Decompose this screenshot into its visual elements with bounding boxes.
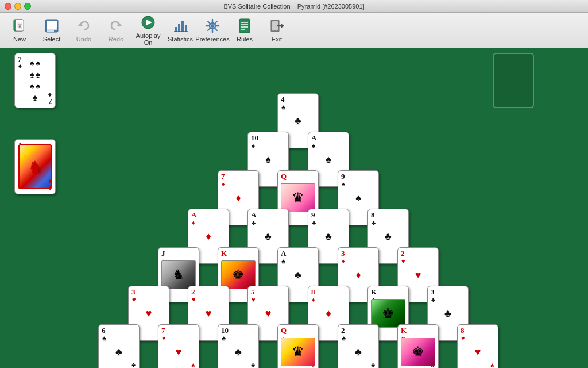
minimize-button[interactable] [14, 3, 21, 10]
rules-button[interactable]: Rules [230, 15, 260, 46]
pyramid-card[interactable]: 7♥7♥♥ [158, 324, 199, 368]
undo-label: Undo [76, 36, 91, 43]
toolbar: 🃏 New Select Undo [0, 13, 588, 48]
svg-line-22 [208, 21, 210, 23]
undo-button[interactable]: Undo [69, 15, 99, 46]
pyramid-card[interactable]: 6♣6♣♣ [98, 324, 140, 368]
preferences-label: Preferences [195, 36, 229, 43]
svg-rect-4 [47, 21, 57, 29]
game-area: 7 ♠ ♠♠ ♠♠ ♠♠ ♠ 7 ♠ J ♦ ♞ J ♦ 4♣4♣♣10♠10♠… [0, 48, 588, 368]
exit-button[interactable]: Exit [262, 15, 292, 46]
statistics-icon [172, 18, 188, 34]
new-icon: 🃏 [11, 18, 28, 34]
pyramid-card[interactable]: 10♣10♣♣ [218, 324, 259, 368]
select-label: Select [43, 36, 61, 43]
svg-rect-14 [185, 25, 187, 32]
empty-card-slot[interactable] [493, 53, 534, 108]
redo-button[interactable]: Redo [101, 15, 131, 46]
redo-label: Redo [109, 36, 123, 43]
new-button[interactable]: 🃏 New [5, 15, 34, 46]
exit-icon [269, 18, 285, 34]
pyramid-card[interactable]: Q♦Q♦♛ [277, 324, 319, 368]
svg-line-25 [208, 29, 210, 30]
undo-icon [76, 18, 92, 34]
svg-rect-32 [272, 21, 278, 30]
preferences-button[interactable]: Preferences [198, 15, 227, 46]
preferences-icon [204, 18, 220, 34]
rules-label: Rules [237, 36, 253, 43]
window-controls[interactable] [5, 3, 31, 10]
rules-icon [237, 18, 253, 34]
new-label: New [13, 36, 26, 43]
svg-rect-13 [181, 21, 184, 32]
waste-card[interactable]: J ♦ ♞ J ♦ [14, 139, 56, 194]
svg-line-24 [215, 21, 217, 23]
pyramid-card[interactable]: 2♣2♣♣ [338, 324, 379, 368]
autoplay-label: Autoplay On [133, 32, 163, 46]
select-icon [44, 18, 60, 34]
statistics-button[interactable]: Statistics [165, 15, 195, 46]
pyramid-card[interactable]: 8♥8♥♥ [457, 324, 498, 368]
select-button[interactable]: Select [37, 15, 67, 46]
close-button[interactable] [5, 3, 11, 10]
svg-point-17 [211, 24, 214, 28]
statistics-label: Statistics [168, 36, 193, 43]
pyramid-card[interactable]: K♥K♥♚ [397, 324, 439, 368]
title-bar: BVS Solitaire Collection – Pyramid [#262… [0, 0, 588, 13]
svg-rect-26 [239, 19, 250, 33]
svg-marker-34 [281, 24, 284, 28]
redo-icon [108, 18, 124, 34]
svg-line-23 [215, 29, 217, 30]
svg-text:🃏: 🃏 [16, 22, 24, 29]
window-title: BVS Solitaire Collection – Pyramid [#262… [223, 3, 364, 10]
exit-label: Exit [272, 36, 282, 43]
svg-rect-11 [175, 27, 177, 32]
maximize-button[interactable] [24, 3, 31, 10]
svg-rect-12 [178, 24, 180, 32]
autoplay-button[interactable]: Autoplay On [133, 15, 163, 46]
autoplay-icon [140, 14, 156, 30]
stock-card[interactable]: 7 ♠ ♠♠ ♠♠ ♠♠ ♠ 7 ♠ [14, 53, 56, 108]
